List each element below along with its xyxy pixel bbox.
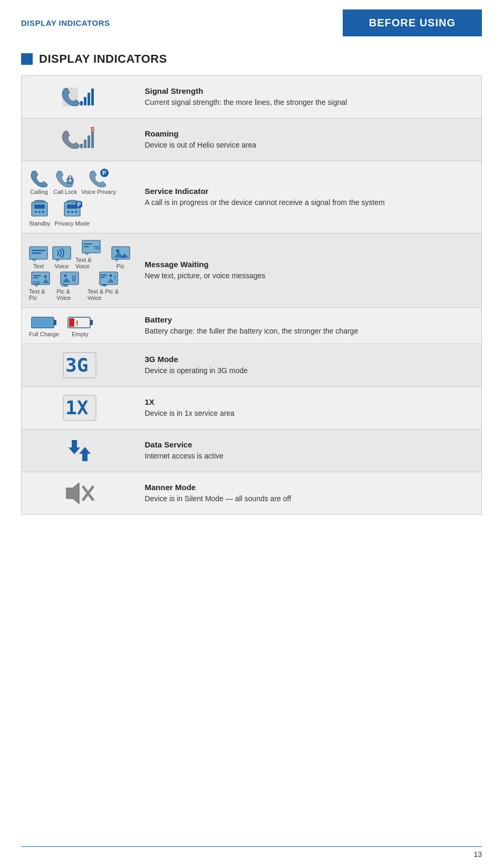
text-pic-voice-icon-item: DXD Text & Pic & Voice <box>88 271 130 301</box>
page-number: 13 <box>473 850 482 859</box>
message-row-2: TDD Text & Pic <box>29 271 130 301</box>
standby-icon-item: Standby <box>29 199 50 227</box>
icon-cell-3g: 3G <box>22 344 138 387</box>
section-title-text: DISPLAY INDICATORS <box>39 52 167 66</box>
indicator-desc: Current signal strength: the more lines,… <box>145 97 475 108</box>
svg-rect-62 <box>54 320 56 325</box>
info-cell-message: Message Waiting New text, picture, or vo… <box>138 233 482 308</box>
signal-strength-icon <box>61 82 98 112</box>
svg-text:3G: 3G <box>65 354 88 376</box>
1x-mode-icon: 1X <box>61 393 98 423</box>
svg-point-58 <box>110 275 112 277</box>
svg-rect-4 <box>91 89 94 105</box>
indicator-desc: Device is operating in 3G mode <box>145 365 475 376</box>
table-row: Calling Call Lock <box>22 161 482 233</box>
pic-voice-icon: DXD <box>60 271 79 287</box>
indicator-desc: Internet access is active <box>145 451 475 461</box>
svg-rect-63 <box>33 318 53 327</box>
svg-marker-72 <box>69 440 80 454</box>
header: DISPLAY INDICATORS BEFORE USING <box>0 0 503 42</box>
indicator-desc: A call is in progress or the device cann… <box>145 197 475 208</box>
empty-battery-icon-item: ! Empty <box>67 314 93 337</box>
pic-label: Pic <box>117 263 124 269</box>
manner-mode-icon <box>61 479 98 508</box>
privacy-mode-icon: P <box>62 199 82 219</box>
svg-point-21 <box>67 211 70 213</box>
svg-rect-57 <box>101 277 105 278</box>
info-cell-manner: Manner Mode Device is in Silent Mode — a… <box>138 472 482 515</box>
svg-rect-1 <box>80 101 83 105</box>
text-pic-icon: TDD <box>31 271 50 287</box>
info-cell-service: Service Indicator A call is in progress … <box>138 161 482 233</box>
info-cell-signal: Signal Strength Current signal strength:… <box>138 76 482 119</box>
message-icons: Text Voice <box>29 240 130 301</box>
text-pic-voice-icon: DXD <box>99 271 118 287</box>
before-using-button: BEFORE USING <box>343 9 482 36</box>
svg-rect-44 <box>33 275 41 276</box>
svg-rect-15 <box>34 204 45 209</box>
svg-rect-49 <box>61 272 79 285</box>
svg-text:R: R <box>91 126 95 132</box>
message-row-1: Text Voice <box>29 240 130 269</box>
svg-rect-2 <box>84 97 86 105</box>
icon-cell-data <box>22 430 138 472</box>
indicator-desc: Device is in Silent Mode — all sounds ar… <box>145 493 475 504</box>
3g-mode-icon: 3G <box>61 350 98 380</box>
pic-voice-label: Pic & Voice <box>56 288 83 301</box>
svg-marker-73 <box>79 447 91 461</box>
call-lock-icon-item: Call Lock <box>53 168 77 195</box>
header-left-label: DISPLAY INDICATORS <box>21 18 110 27</box>
3g-icon-wrapper: 3G <box>29 350 130 380</box>
roaming-icon: R <box>61 125 98 154</box>
standby-icon <box>30 199 50 219</box>
standby-label: Standby <box>29 220 50 227</box>
svg-text:!: ! <box>76 319 79 327</box>
svg-rect-65 <box>90 320 93 325</box>
svg-text:DXD: DXD <box>62 284 69 287</box>
manner-mode-icon-wrapper <box>29 479 130 508</box>
indicator-desc: Battery charge: the fuller the battery i… <box>145 326 475 336</box>
voice-privacy-icon-item: P Voice Privacy <box>81 168 116 195</box>
indicator-name: 3G Mode <box>145 355 475 364</box>
1x-icon-wrapper: 1X <box>29 393 130 423</box>
main-content: DISPLAY INDICATORS <box>0 42 503 536</box>
indicator-name: Roaming <box>145 129 475 138</box>
info-cell-1x: 1X Device is in 1x service area <box>138 387 482 430</box>
svg-rect-35 <box>84 246 89 247</box>
table-row: 1X 1X Device is in 1x service area <box>22 387 482 430</box>
indicator-desc: New text, picture, or voice messages <box>145 270 475 281</box>
text-voice-label: Text & Voice <box>75 257 107 269</box>
svg-text:P: P <box>77 202 81 208</box>
indicators-table: Signal Strength Current signal strength:… <box>21 75 482 515</box>
call-lock-icon <box>55 168 75 188</box>
full-charge-label: Full Charge <box>29 331 59 337</box>
indicator-desc: Device is out of Helio service area <box>145 140 475 150</box>
text-voice-icon-item: TD Text & Voice <box>75 240 107 269</box>
svg-rect-3 <box>88 93 90 105</box>
indicator-name: Service Indicator <box>145 187 475 196</box>
calling-icon-item: Calling <box>29 168 49 195</box>
voice-message-icon-item: Voice <box>52 246 71 269</box>
info-cell-battery: Battery Battery charge: the fuller the b… <box>138 308 482 344</box>
text-voice-icon: TD <box>82 240 101 256</box>
service-icons: Calling Call Lock <box>29 168 130 227</box>
svg-point-17 <box>38 211 41 213</box>
indicator-name: Signal Strength <box>145 86 475 95</box>
text-pic-label: Text & Pic <box>29 288 52 301</box>
icon-cell-roaming: R <box>22 119 138 161</box>
data-service-icon-wrapper <box>29 436 130 465</box>
svg-rect-6 <box>84 140 86 148</box>
info-cell-3g: 3G Mode Device is operating in 3G mode <box>138 344 482 387</box>
svg-point-46 <box>44 275 47 278</box>
indicator-name: Battery <box>145 315 475 324</box>
svg-text:1X: 1X <box>65 397 89 418</box>
text-pic-icon-item: TDD Text & Pic <box>29 271 52 301</box>
svg-marker-74 <box>66 483 79 504</box>
text-pic-voice-label: Text & Pic & Voice <box>88 288 130 301</box>
icon-cell-signal <box>22 76 138 119</box>
svg-point-51 <box>64 275 67 277</box>
voice-label: Voice <box>55 263 69 269</box>
pic-voice-icon-item: DXD Pic & Voice <box>56 271 83 301</box>
svg-rect-56 <box>101 275 107 276</box>
svg-point-11 <box>69 180 71 182</box>
